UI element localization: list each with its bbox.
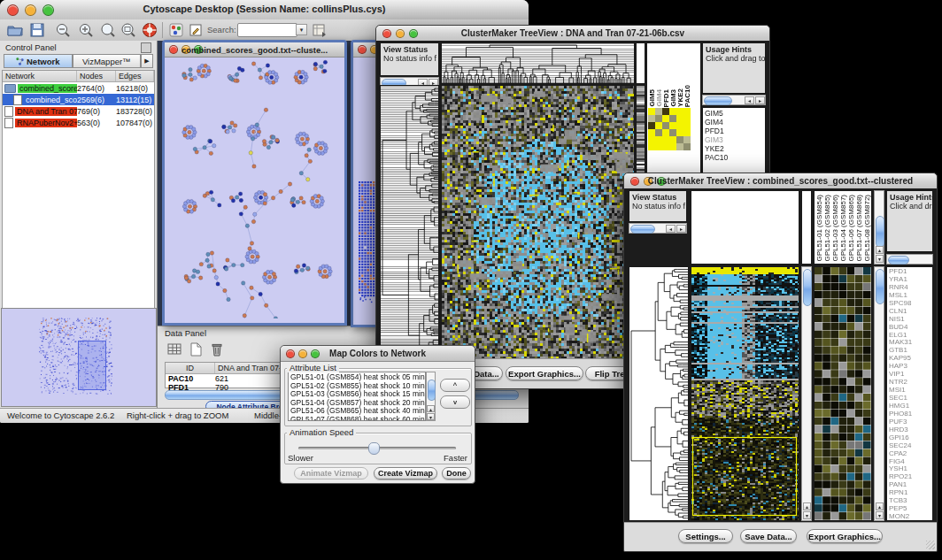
birdseye-view[interactable] (1, 308, 157, 407)
document-icon (4, 118, 13, 128)
network-row-combined-scores[interactable]: combined_scores 2764(0) 16218(0) (3, 82, 154, 94)
matrix-cell (648, 115, 655, 122)
new-document-icon[interactable] (188, 341, 204, 357)
search-input[interactable] (237, 23, 297, 37)
close-button[interactable] (358, 45, 367, 54)
status-zoom-hint: Right-click + drag to ZOOM (127, 410, 228, 420)
matrix-cell (669, 115, 676, 122)
attribute-list-scrollbar[interactable]: ▴ ▾ (426, 372, 436, 421)
animation-slider-thumb[interactable] (368, 442, 380, 455)
tv1-usage-title: Usage Hints (706, 45, 752, 54)
gene-label[interactable]: MON2 (889, 513, 930, 521)
float-panel-icon[interactable] (141, 42, 151, 53)
tv1-heatmap-global[interactable] (441, 85, 635, 359)
control-panel-tabs: Network VizMapper™ ▶ (4, 54, 153, 68)
move-up-button[interactable]: ^ (440, 379, 470, 392)
scroll-down-arrow[interactable]: ▾ (427, 413, 435, 420)
tv1-usage-scrollbar[interactable]: ◂ ▸ (702, 95, 766, 105)
main-titlebar[interactable]: Cytoscape Desktop (Session Name: collins… (0, 0, 529, 20)
tv2-row-dendrogram[interactable] (629, 266, 689, 521)
resize-grip[interactable] (926, 541, 935, 549)
scroll-up-arrow[interactable]: ▴ (803, 502, 811, 510)
tv2-heatmap-scrollbar[interactable]: ▴ ▾ (801, 266, 812, 521)
gene-label[interactable]: YKE2 (705, 144, 763, 153)
network-row-dna-tran[interactable]: DNA and Tran 07 769(0) 183728(0) (3, 105, 154, 117)
network-view-canvas-1[interactable] (165, 58, 339, 318)
matrix-cell (648, 143, 655, 150)
document-icon (4, 106, 13, 117)
scroll-left-arrow[interactable]: ◂ (745, 96, 754, 104)
map-colors-dialog: Map Colors to Network Attribute List GPL… (280, 345, 475, 484)
tv2-heatmap-global[interactable] (691, 266, 799, 521)
search-dropdown-arrow[interactable]: ▾ (296, 24, 307, 35)
annotation-icon[interactable] (188, 22, 204, 38)
create-vizmap-button[interactable]: Create Vizmap (374, 467, 437, 479)
tv2-genelist-scrollbar[interactable]: ▴ ▾ (874, 266, 884, 521)
network-edges: 16218(0) (116, 84, 154, 93)
zoom-out-icon[interactable] (55, 22, 71, 38)
tv2-labels-scrollbar[interactable]: ▴ ▾ (874, 190, 884, 265)
treeview2-titlebar[interactable]: ClusterMaker TreeView : combined_scores_… (624, 173, 937, 189)
export-graphics-button[interactable]: Export Graphics... (807, 529, 883, 543)
network-nodes: 563(0) (77, 119, 116, 127)
document-icon (13, 95, 22, 105)
attribute-item[interactable]: GPL51-07 (GSM868) heat shock 60 min (290, 416, 423, 421)
col-edges[interactable]: Edges (116, 71, 154, 81)
dialog-titlebar[interactable]: Map Colors to Network (281, 346, 475, 362)
save-icon[interactable] (29, 22, 45, 38)
gene-label[interactable]: GIM5 (705, 109, 763, 118)
matrix-cell (676, 143, 683, 150)
done-button[interactable]: Done (442, 467, 471, 479)
scroll-up-arrow[interactable]: ▴ (876, 246, 884, 254)
scroll-right-arrow[interactable]: ▸ (676, 225, 686, 233)
scroll-up-arrow[interactable]: ▴ (427, 405, 435, 412)
zoom-fit-icon[interactable] (120, 22, 136, 38)
tab-network[interactable]: Network (4, 54, 73, 68)
gene-label[interactable]: GIM3 (705, 135, 763, 144)
help-lifering-icon[interactable] (142, 22, 158, 38)
export-graphics-button[interactable]: Export Graphics... (506, 366, 583, 380)
attribute-browser-icon[interactable] (312, 22, 328, 38)
tv1-usage-text: Click and drag to (706, 54, 766, 63)
attribute-list[interactable]: GPL51-01 (GSM854) heat shock 05 minGPL51… (288, 372, 426, 421)
settings-button[interactable]: Settings... (678, 529, 733, 543)
open-folder-icon[interactable] (7, 22, 23, 38)
tv1-column-dendrogram[interactable] (441, 42, 635, 84)
zoom-in-icon[interactable] (78, 22, 94, 38)
tabs-more-button[interactable]: ▶ (141, 54, 153, 68)
network-name: combined_sco (24, 96, 77, 104)
scroll-down-arrow[interactable]: ▾ (876, 255, 884, 263)
tv2-usage-scrollbar[interactable] (886, 254, 933, 265)
network-row-combined-sco-selected[interactable]: combined_sco 2569(6) 13112(15) (3, 94, 154, 105)
table-icon[interactable] (166, 341, 182, 357)
move-down-button[interactable]: v (440, 395, 470, 409)
tv2-heatmap-zoom[interactable] (814, 266, 872, 521)
col-network[interactable]: Network (3, 71, 77, 81)
treeview1-titlebar[interactable]: ClusterMaker TreeView : DNA and Tran 07-… (376, 26, 769, 42)
scroll-down-arrow[interactable]: ▾ (876, 511, 884, 519)
scroll-right-arrow[interactable]: ▸ (755, 96, 765, 104)
network-row-rnapubernov2[interactable]: RNAPuberNov2+I 563(0) 107847(0) (3, 117, 154, 128)
col-nodes[interactable]: Nodes (77, 71, 116, 81)
folder-icon (4, 84, 16, 93)
gene-label[interactable]: PFD1 (705, 127, 763, 135)
network1-titlebar[interactable]: combined_scores_good.txt--cluste... (165, 42, 344, 58)
tv2-usage-hints-panel: Usage HintsClick and drag (886, 190, 933, 252)
scroll-up-arrow[interactable]: ▴ (876, 502, 884, 510)
id-column-header[interactable]: ID (166, 363, 215, 373)
tv2-status-scrollbar[interactable]: ◂ ▸ (629, 223, 687, 234)
vizmap-nodes-icon[interactable] (168, 22, 184, 38)
matrix-cell (655, 129, 662, 136)
tv1-heatmap-selected[interactable] (648, 108, 691, 150)
scroll-left-arrow[interactable]: ◂ (666, 225, 676, 233)
animate-vizmap-button[interactable]: Animate Vizmap (294, 467, 368, 479)
save-data-button[interactable]: Save Data... (740, 529, 797, 543)
gene-label[interactable]: GIM4 (705, 118, 763, 127)
tv1-row-dendrogram[interactable] (380, 85, 439, 359)
trash-icon[interactable] (209, 341, 225, 357)
zoom-actual-icon[interactable] (100, 22, 116, 38)
scroll-down-arrow[interactable]: ▾ (803, 511, 811, 519)
gene-label[interactable]: PAC10 (705, 153, 763, 162)
tab-vizmapper[interactable]: VizMapper™ (73, 54, 142, 68)
treeview2-window: ClusterMaker TreeView : combined_scores_… (623, 173, 938, 552)
